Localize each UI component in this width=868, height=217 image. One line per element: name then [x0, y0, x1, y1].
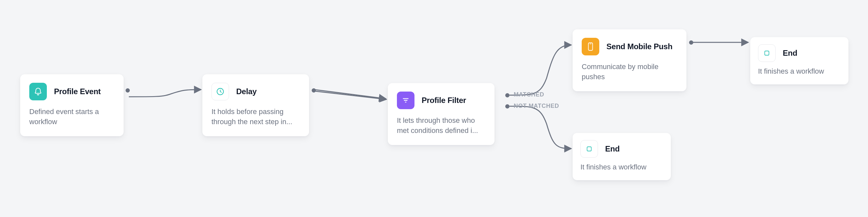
bell-icon	[29, 83, 47, 100]
node-desc: It finishes a workflow	[580, 162, 663, 172]
node-end-top[interactable]: End It finishes a workflow	[750, 37, 848, 84]
svg-rect-11	[587, 147, 591, 151]
svg-line-2	[315, 91, 386, 100]
svg-line-5	[316, 91, 386, 99]
node-desc: Communicate by mobile pushes	[582, 62, 677, 82]
stop-icon	[758, 44, 776, 62]
node-output-dot	[689, 40, 693, 45]
node-output-dot	[505, 104, 509, 109]
svg-line-1	[315, 90, 386, 99]
stop-icon	[580, 140, 598, 158]
node-title: End	[783, 49, 797, 58]
node-output-dot	[126, 88, 130, 92]
branch-label-not-matched: NOT MATCHED	[514, 103, 559, 109]
svg-rect-9	[590, 44, 591, 44]
node-profile-filter[interactable]: Profile Filter It lets through those who…	[388, 83, 495, 145]
node-title: Send Mobile Push	[607, 42, 673, 51]
svg-line-4	[316, 91, 386, 100]
mobile-icon	[582, 38, 599, 55]
node-title: Delay	[236, 87, 257, 96]
node-output-dot	[312, 88, 316, 92]
clock-icon	[212, 83, 229, 100]
filter-icon	[397, 91, 414, 109]
node-desc: It finishes a workflow	[758, 66, 841, 77]
node-profile-event[interactable]: Profile Event Defined event starts a wor…	[20, 74, 124, 136]
branch-label-matched: MATCHED	[514, 91, 544, 98]
node-title: Profile Filter	[422, 96, 466, 105]
node-desc: It holds before passing through the next…	[212, 107, 300, 127]
svg-line-3	[315, 91, 386, 100]
node-desc: Defined event starts a workflow	[29, 107, 115, 127]
svg-rect-10	[765, 51, 769, 55]
node-send-mobile-push[interactable]: Send Mobile Push Communicate by mobile p…	[572, 29, 686, 91]
node-delay[interactable]: Delay It holds before passing through th…	[203, 74, 309, 136]
node-title: End	[605, 144, 620, 154]
node-desc: It lets through those who met conditions…	[397, 116, 486, 136]
node-end-bottom[interactable]: End It finishes a workflow	[572, 133, 671, 180]
node-output-dot	[505, 93, 509, 98]
svg-line-0	[314, 90, 386, 99]
node-title: Profile Event	[54, 87, 101, 96]
